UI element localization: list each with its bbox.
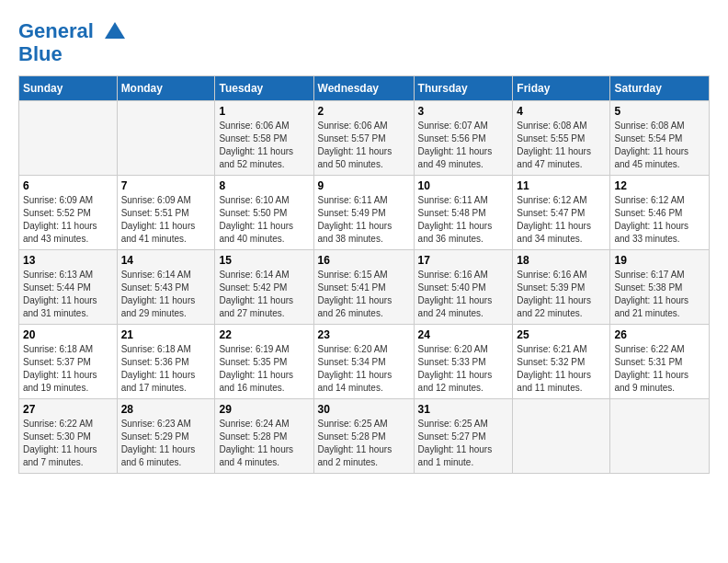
day-cell: 15Sunrise: 6:14 AM Sunset: 5:42 PM Dayli… [215,250,313,325]
day-info: Sunrise: 6:25 AM Sunset: 5:28 PM Dayligh… [318,418,410,469]
week-row-2: 6Sunrise: 6:09 AM Sunset: 5:52 PM Daylig… [19,176,710,250]
day-number: 11 [517,179,606,192]
day-number: 1 [219,105,309,118]
day-number: 8 [219,179,309,192]
day-info: Sunrise: 6:06 AM Sunset: 5:58 PM Dayligh… [219,120,309,171]
day-number: 29 [219,403,309,416]
day-number: 19 [614,254,705,267]
day-info: Sunrise: 6:07 AM Sunset: 5:56 PM Dayligh… [418,120,509,171]
day-number: 16 [318,254,410,267]
day-number: 25 [517,328,606,341]
week-row-4: 20Sunrise: 6:18 AM Sunset: 5:37 PM Dayli… [19,325,710,399]
day-cell: 29Sunrise: 6:24 AM Sunset: 5:28 PM Dayli… [215,399,313,474]
day-cell: 26Sunrise: 6:22 AM Sunset: 5:31 PM Dayli… [610,325,710,399]
page-header: General Blue [18,18,710,66]
day-info: Sunrise: 6:08 AM Sunset: 5:55 PM Dayligh… [517,120,606,171]
day-info: Sunrise: 6:17 AM Sunset: 5:38 PM Dayligh… [614,269,705,320]
day-info: Sunrise: 6:20 AM Sunset: 5:33 PM Dayligh… [418,343,509,395]
day-info: Sunrise: 6:23 AM Sunset: 5:29 PM Dayligh… [121,418,211,469]
day-number: 15 [219,254,309,267]
day-cell: 24Sunrise: 6:20 AM Sunset: 5:33 PM Dayli… [414,325,513,399]
header-cell-tuesday: Tuesday [215,76,313,101]
day-number: 7 [121,179,211,192]
header-row: SundayMondayTuesdayWednesdayThursdayFrid… [19,76,710,101]
day-cell: 28Sunrise: 6:23 AM Sunset: 5:29 PM Dayli… [117,399,215,474]
day-number: 21 [121,328,211,341]
day-number: 24 [418,328,509,341]
day-cell [19,101,118,176]
day-cell: 18Sunrise: 6:16 AM Sunset: 5:39 PM Dayli… [513,250,610,325]
day-number: 31 [418,403,509,416]
day-cell [117,101,215,176]
day-number: 14 [121,254,211,267]
day-info: Sunrise: 6:22 AM Sunset: 5:31 PM Dayligh… [614,343,705,395]
day-info: Sunrise: 6:12 AM Sunset: 5:46 PM Dayligh… [614,194,705,246]
day-cell: 27Sunrise: 6:22 AM Sunset: 5:30 PM Dayli… [19,399,118,474]
day-number: 30 [318,403,410,416]
day-number: 23 [318,328,410,341]
header-cell-wednesday: Wednesday [313,76,414,101]
day-cell: 20Sunrise: 6:18 AM Sunset: 5:37 PM Dayli… [19,325,118,399]
day-cell: 11Sunrise: 6:12 AM Sunset: 5:47 PM Dayli… [513,176,610,250]
header-cell-friday: Friday [513,76,610,101]
day-cell: 6Sunrise: 6:09 AM Sunset: 5:52 PM Daylig… [19,176,118,250]
day-info: Sunrise: 6:21 AM Sunset: 5:32 PM Dayligh… [517,343,606,395]
header-cell-saturday: Saturday [610,76,710,101]
day-info: Sunrise: 6:15 AM Sunset: 5:41 PM Dayligh… [318,269,410,320]
day-cell: 25Sunrise: 6:21 AM Sunset: 5:32 PM Dayli… [513,325,610,399]
day-cell: 8Sunrise: 6:10 AM Sunset: 5:50 PM Daylig… [215,176,313,250]
day-info: Sunrise: 6:14 AM Sunset: 5:42 PM Dayligh… [219,269,309,320]
day-cell: 14Sunrise: 6:14 AM Sunset: 5:43 PM Dayli… [117,250,215,325]
day-cell: 21Sunrise: 6:18 AM Sunset: 5:36 PM Dayli… [117,325,215,399]
day-cell: 19Sunrise: 6:17 AM Sunset: 5:38 PM Dayli… [610,250,710,325]
day-number: 17 [418,254,509,267]
day-number: 4 [517,105,606,118]
day-number: 6 [23,179,113,192]
day-info: Sunrise: 6:13 AM Sunset: 5:44 PM Dayligh… [23,269,113,320]
day-info: Sunrise: 6:14 AM Sunset: 5:43 PM Dayligh… [121,269,211,320]
day-cell: 4Sunrise: 6:08 AM Sunset: 5:55 PM Daylig… [513,101,610,176]
day-number: 26 [614,328,705,341]
header-cell-monday: Monday [117,76,215,101]
day-info: Sunrise: 6:25 AM Sunset: 5:27 PM Dayligh… [418,418,509,469]
day-number: 5 [614,105,705,118]
day-number: 2 [318,105,410,118]
logo: General Blue [18,18,129,66]
day-info: Sunrise: 6:08 AM Sunset: 5:54 PM Dayligh… [614,120,705,171]
day-info: Sunrise: 6:12 AM Sunset: 5:47 PM Dayligh… [517,194,606,246]
day-cell: 5Sunrise: 6:08 AM Sunset: 5:54 PM Daylig… [610,101,710,176]
day-cell: 1Sunrise: 6:06 AM Sunset: 5:58 PM Daylig… [215,101,313,176]
day-cell: 23Sunrise: 6:20 AM Sunset: 5:34 PM Dayli… [313,325,414,399]
day-cell: 13Sunrise: 6:13 AM Sunset: 5:44 PM Dayli… [19,250,118,325]
day-cell: 7Sunrise: 6:09 AM Sunset: 5:51 PM Daylig… [117,176,215,250]
day-number: 22 [219,328,309,341]
day-info: Sunrise: 6:09 AM Sunset: 5:52 PM Dayligh… [23,194,113,246]
day-info: Sunrise: 6:16 AM Sunset: 5:39 PM Dayligh… [517,269,606,320]
day-info: Sunrise: 6:20 AM Sunset: 5:34 PM Dayligh… [318,343,410,395]
day-cell: 17Sunrise: 6:16 AM Sunset: 5:40 PM Dayli… [414,250,513,325]
day-info: Sunrise: 6:09 AM Sunset: 5:51 PM Dayligh… [121,194,211,246]
day-cell: 16Sunrise: 6:15 AM Sunset: 5:41 PM Dayli… [313,250,414,325]
day-number: 28 [121,403,211,416]
day-info: Sunrise: 6:11 AM Sunset: 5:48 PM Dayligh… [418,194,509,246]
calendar-table: SundayMondayTuesdayWednesdayThursdayFrid… [18,75,710,474]
day-cell: 30Sunrise: 6:25 AM Sunset: 5:28 PM Dayli… [313,399,414,474]
day-info: Sunrise: 6:06 AM Sunset: 5:57 PM Dayligh… [318,120,410,171]
week-row-5: 27Sunrise: 6:22 AM Sunset: 5:30 PM Dayli… [19,399,710,474]
day-number: 10 [418,179,509,192]
week-row-3: 13Sunrise: 6:13 AM Sunset: 5:44 PM Dayli… [19,250,710,325]
day-cell: 3Sunrise: 6:07 AM Sunset: 5:56 PM Daylig… [414,101,513,176]
day-info: Sunrise: 6:22 AM Sunset: 5:30 PM Dayligh… [23,418,113,469]
day-info: Sunrise: 6:18 AM Sunset: 5:36 PM Dayligh… [121,343,211,395]
day-number: 3 [418,105,509,118]
svg-rect-1 [112,33,118,39]
day-number: 18 [517,254,606,267]
day-cell: 31Sunrise: 6:25 AM Sunset: 5:27 PM Dayli… [414,399,513,474]
day-number: 13 [23,254,113,267]
day-cell [610,399,710,474]
day-cell [513,399,610,474]
day-info: Sunrise: 6:11 AM Sunset: 5:49 PM Dayligh… [318,194,410,246]
day-number: 27 [23,403,113,416]
day-number: 9 [318,179,410,192]
header-cell-sunday: Sunday [19,76,118,101]
